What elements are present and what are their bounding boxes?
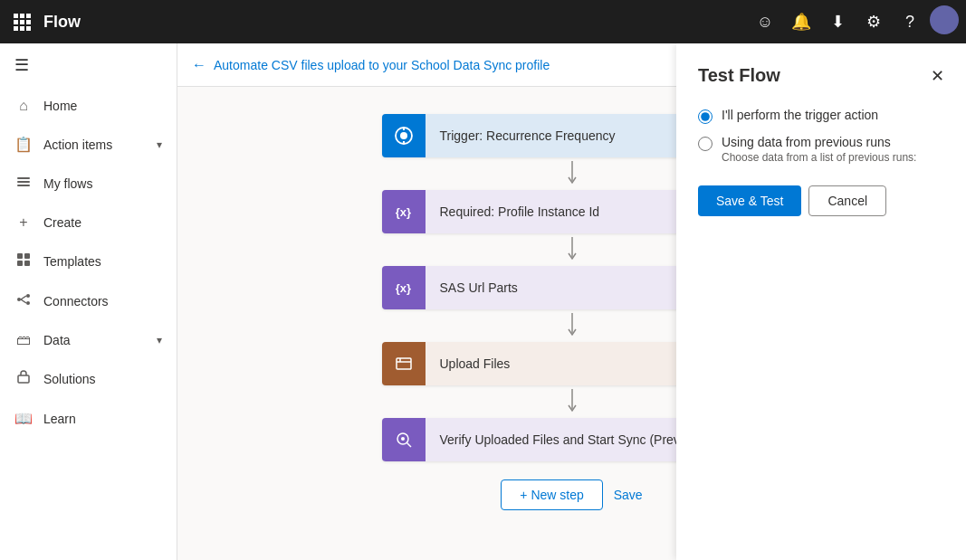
flow-bottom-actions: + New step Save xyxy=(501,479,642,510)
sidebar-item-home[interactable]: ⌂ Home xyxy=(0,87,177,125)
sidebar-item-my-flows[interactable]: My flows xyxy=(0,164,177,204)
sidebar-item-templates[interactable]: Templates xyxy=(0,242,177,281)
sidebar-hamburger-button[interactable]: ☰ xyxy=(0,43,177,87)
main-layout: ☰ ⌂ Home 📋 Action items ▾ My flows + Cre… xyxy=(0,43,966,560)
sidebar-item-label: My flows xyxy=(43,176,92,191)
radio-sublabel-previous-runs: Choose data from a list of previous runs… xyxy=(722,151,916,164)
home-icon: ⌂ xyxy=(14,98,33,114)
svg-rect-4 xyxy=(24,253,30,259)
sidebar-item-create[interactable]: + Create xyxy=(0,204,177,242)
svg-rect-1 xyxy=(17,181,30,183)
sidebar: ☰ ⌂ Home 📋 Action items ▾ My flows + Cre… xyxy=(0,43,177,560)
sidebar-item-learn[interactable]: 📖 Learn xyxy=(0,399,177,438)
settings-button[interactable]: ⚙ xyxy=(857,5,890,38)
radio-item-previous-runs[interactable]: Using data from previous runs Choose dat… xyxy=(698,135,944,164)
waffle-icon xyxy=(14,14,31,31)
radio-previous-runs[interactable] xyxy=(698,137,713,151)
test-panel-title: Test Flow xyxy=(698,65,780,86)
connectors-icon xyxy=(14,292,33,310)
waffle-button[interactable] xyxy=(7,7,36,36)
svg-rect-2 xyxy=(17,185,30,186)
flow-arrow-1 xyxy=(565,157,579,190)
svg-rect-3 xyxy=(17,253,23,259)
sidebar-item-action-items[interactable]: 📋 Action items ▾ xyxy=(0,125,177,164)
test-panel-header: Test Flow ✕ xyxy=(698,65,944,86)
sidebar-item-label: Templates xyxy=(43,254,101,269)
svg-rect-20 xyxy=(397,358,411,369)
save-test-button[interactable]: Save & Test xyxy=(698,185,801,216)
templates-icon xyxy=(14,252,33,271)
svg-rect-12 xyxy=(18,375,29,383)
radio-label-perform-trigger: I'll perform the trigger action xyxy=(722,108,878,122)
radio-perform-trigger[interactable] xyxy=(698,109,713,124)
sidebar-item-label: Connectors xyxy=(43,294,109,308)
notification-button[interactable]: 🔔 xyxy=(785,5,818,38)
verify-icon xyxy=(382,418,426,461)
compose2-icon: {x} xyxy=(382,266,426,309)
save-button[interactable]: Save xyxy=(614,479,643,510)
sidebar-item-label: Learn xyxy=(43,412,76,426)
flow-arrow-3 xyxy=(565,309,579,342)
compose1-icon: {x} xyxy=(382,190,426,233)
my-flows-icon xyxy=(14,175,33,193)
chevron-down-icon: ▾ xyxy=(157,138,162,151)
sidebar-item-solutions[interactable]: Solutions xyxy=(0,359,177,399)
flow-arrow-2 xyxy=(565,233,579,266)
smiley-button[interactable]: ☺ xyxy=(749,5,781,38)
svg-point-7 xyxy=(17,298,21,301)
new-step-button[interactable]: + New step xyxy=(501,479,602,510)
trigger-icon xyxy=(382,114,426,157)
svg-line-11 xyxy=(21,299,26,303)
svg-line-10 xyxy=(21,296,26,299)
avatar[interactable] xyxy=(930,5,959,34)
cancel-button[interactable]: Cancel xyxy=(808,185,886,216)
sidebar-item-label: Action items xyxy=(43,138,112,152)
test-panel-actions: Save & Test Cancel xyxy=(698,185,944,216)
radio-label-previous-runs: Using data from previous runs xyxy=(722,135,916,149)
flow-arrow-4 xyxy=(565,385,579,418)
action-items-icon: 📋 xyxy=(14,136,33,153)
svg-point-9 xyxy=(26,301,30,305)
create-icon: + xyxy=(14,214,33,231)
topbar: Flow ☺ 🔔 ⬇ ⚙ ? xyxy=(0,0,966,43)
sidebar-item-data[interactable]: 🗃 Data ▾ xyxy=(0,321,177,359)
hamburger-icon: ☰ xyxy=(14,55,29,75)
svg-point-8 xyxy=(26,294,30,298)
upload-icon xyxy=(382,342,426,385)
content-area: ← Automate CSV files upload to your Scho… xyxy=(177,43,966,560)
download-button[interactable]: ⬇ xyxy=(821,5,854,38)
data-icon: 🗃 xyxy=(14,332,33,348)
back-button[interactable]: ← xyxy=(192,57,206,73)
sidebar-item-label: Data xyxy=(43,333,71,347)
close-button[interactable]: ✕ xyxy=(931,66,944,86)
svg-rect-5 xyxy=(17,261,23,266)
svg-point-26 xyxy=(401,437,405,441)
sidebar-item-label: Create xyxy=(43,215,81,230)
chevron-down-icon: ▾ xyxy=(157,334,162,346)
svg-rect-0 xyxy=(17,177,30,179)
radio-group: I'll perform the trigger action Using da… xyxy=(698,108,944,164)
solutions-icon xyxy=(14,370,33,388)
sidebar-item-label: Home xyxy=(43,99,77,113)
topbar-icon-group: ☺ 🔔 ⬇ ⚙ ? xyxy=(749,5,959,38)
breadcrumb: Automate CSV files upload to your School… xyxy=(214,58,550,72)
svg-rect-6 xyxy=(24,261,30,266)
learn-icon: 📖 xyxy=(14,410,33,427)
help-button[interactable]: ? xyxy=(894,5,926,38)
svg-point-14 xyxy=(400,132,407,139)
app-title: Flow xyxy=(43,13,81,32)
sidebar-item-label: Solutions xyxy=(43,372,96,386)
sidebar-item-connectors[interactable]: Connectors xyxy=(0,281,177,321)
svg-line-25 xyxy=(406,443,411,448)
test-flow-panel: Test Flow ✕ I'll perform the trigger act… xyxy=(676,43,966,560)
radio-item-perform-trigger[interactable]: I'll perform the trigger action xyxy=(698,108,944,124)
